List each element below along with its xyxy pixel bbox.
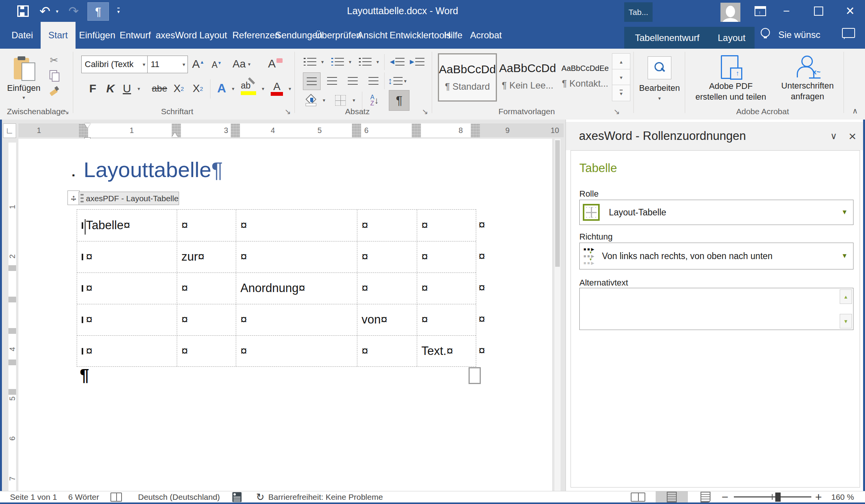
table-cell[interactable]: ¤ — [77, 273, 177, 304]
font-color-dropdown[interactable]: ▾ — [286, 84, 294, 93]
copy-button[interactable] — [44, 69, 64, 82]
styles-scroll-up-button[interactable]: ▴ — [612, 53, 630, 70]
tab-acrobat[interactable]: Acrobat — [462, 22, 510, 49]
multilevel-dropdown[interactable]: ▾ — [374, 57, 381, 66]
tab-datei[interactable]: Datei — [4, 22, 41, 49]
table-role-tag[interactable]: axesPDF - Layout-Tabelle — [79, 192, 179, 205]
table-row-marker[interactable] — [8, 297, 16, 302]
alt-text-input[interactable]: ▲ ▼ — [579, 288, 853, 330]
table-column-marker[interactable] — [471, 123, 480, 137]
table-cell[interactable]: ¤ — [177, 210, 236, 241]
request-signatures-button[interactable]: x~ Unterschriften anfragen — [773, 52, 842, 105]
subscript-button[interactable]: X2 — [169, 79, 188, 98]
page-indicator[interactable]: Seite 1 von 1 — [10, 491, 57, 503]
paragraph-dialog-launcher-icon[interactable]: ↘ — [422, 107, 428, 116]
decrease-indent-button[interactable]: ◀ — [388, 54, 406, 69]
table-cell[interactable]: ¤ — [77, 304, 177, 335]
style-standard[interactable]: AaBbCcDd ¶ Standard — [438, 53, 497, 102]
first-line-indent-marker[interactable] — [84, 123, 90, 128]
spin-up-button[interactable]: ▲ — [840, 289, 852, 304]
layout-table[interactable]: Tabelle¤ ¤ ¤ ¤ ¤ ¤ zur¤ ¤ ¤ ¤ ¤ ¤ Anordn… — [77, 209, 476, 367]
table-cell[interactable]: Anordnung¤ — [236, 273, 357, 304]
table-cell[interactable]: ¤ — [357, 210, 417, 241]
numbering-button[interactable] — [329, 54, 346, 69]
align-right-button[interactable] — [344, 72, 361, 89]
multilevel-list-button[interactable] — [357, 54, 373, 69]
create-pdf-button[interactable]: ↑ Adobe PDF erstellen und teilen — [690, 52, 771, 105]
highlight-dropdown[interactable]: ▾ — [259, 84, 267, 93]
text-effects-dropdown[interactable]: ▾ — [229, 84, 237, 93]
table-cell[interactable]: Tabelle¤ — [77, 210, 177, 241]
font-color-button[interactable]: A — [268, 79, 285, 98]
bullets-dropdown[interactable]: ▾ — [319, 57, 326, 66]
table-cell[interactable]: ¤ — [177, 273, 236, 304]
tellme-button[interactable] — [761, 28, 770, 37]
highlight-button[interactable]: ab — [238, 79, 258, 98]
table-move-handle[interactable]: ↔↕ — [67, 190, 80, 205]
superscript-button[interactable]: X2 — [189, 79, 207, 98]
style-kontakt[interactable]: AaBbCcDdEe ¶ Kontakt... — [557, 53, 613, 99]
tab-start[interactable]: Start — [41, 22, 76, 49]
pane-close-button[interactable]: × — [849, 129, 856, 144]
table-cell[interactable]: von¤ — [357, 304, 417, 335]
minimize-button[interactable]: − — [774, 0, 799, 22]
save-button[interactable] — [15, 2, 31, 20]
clipboard-dialog-launcher-icon[interactable]: ↘ — [63, 107, 69, 116]
tellme-label[interactable]: Sie wünsc — [778, 30, 820, 40]
document-scrollbar[interactable] — [554, 139, 561, 491]
table-cell[interactable]: Text.¤ — [417, 335, 476, 367]
grow-font-button[interactable]: A▲ — [190, 55, 207, 73]
italic-button[interactable]: K — [103, 79, 118, 98]
justify-button[interactable] — [365, 72, 382, 89]
zoom-slider-thumb[interactable] — [775, 493, 781, 502]
table-cell[interactable]: ¤ — [417, 210, 476, 241]
qat-pilcrow-toggle[interactable]: ¶ — [87, 2, 109, 21]
zoom-in-button[interactable]: + — [815, 491, 822, 503]
role-select[interactable]: Layout-Tabelle ▼ — [579, 200, 853, 225]
table-column-marker[interactable] — [352, 123, 361, 137]
line-spacing-button[interactable]: ↕▾ — [387, 72, 407, 89]
table-row-marker[interactable] — [8, 360, 16, 365]
table-cell[interactable]: zur¤ — [177, 241, 236, 273]
table-cell[interactable]: ¤ — [77, 241, 177, 273]
maximize-button[interactable] — [806, 0, 831, 22]
underline-dropdown[interactable]: ▾ — [135, 84, 143, 93]
table-cell[interactable]: ¤ — [236, 335, 357, 367]
numbering-dropdown[interactable]: ▾ — [347, 57, 354, 66]
clear-formatting-button[interactable]: A — [265, 54, 286, 73]
scrollbar-thumb[interactable] — [555, 140, 560, 267]
borders-dropdown[interactable]: ▾ — [350, 95, 357, 105]
pane-chevron-button[interactable]: ∨ — [830, 131, 837, 141]
change-case-button[interactable]: Aa▾ — [230, 55, 253, 73]
table-cell[interactable]: ¤ — [236, 241, 357, 273]
close-button[interactable]: × — [837, 0, 863, 22]
language-indicator[interactable]: Deutsch (Deutschland) — [138, 491, 220, 503]
tab-tabellenentwurf[interactable]: Tabellenentwurf — [635, 27, 699, 49]
align-center-button[interactable] — [324, 72, 340, 89]
direction-select[interactable]: ■ ■ ▶ ▼ ■ ■ ▶ ▼ ■ ■ ▶ Von links nach rec… — [579, 243, 853, 269]
editing-group-button[interactable]: Bearbeiten ▾ — [638, 52, 681, 105]
contextual-tab-overflow[interactable]: Tab... — [624, 2, 653, 22]
zoom-out-button[interactable]: − — [722, 491, 729, 503]
hanging-indent-marker[interactable] — [172, 133, 178, 137]
table-cell[interactable]: ¤ — [236, 304, 357, 335]
styles-dialog-launcher-icon[interactable]: ↘ — [613, 107, 620, 116]
web-layout-button[interactable] — [689, 491, 722, 503]
align-left-button[interactable] — [303, 72, 321, 90]
document-heading[interactable]: Layouttabelle¶ — [84, 157, 223, 182]
macro-record-button[interactable] — [232, 491, 242, 503]
increase-indent-button[interactable]: ▶ — [408, 54, 426, 69]
table-cell[interactable]: ¤ — [177, 304, 236, 335]
table-cell[interactable]: ¤ — [417, 273, 476, 304]
shading-dropdown[interactable]: ▾ — [321, 95, 327, 105]
bullets-button[interactable] — [301, 54, 318, 69]
table-row-marker[interactable] — [8, 265, 16, 271]
vertical-ruler[interactable]: 1 2 4 5 6 7 — [8, 143, 16, 491]
accessibility-button[interactable]: ↻ Barrierefreiheit: Keine Probleme — [256, 491, 383, 503]
text-effects-button[interactable]: A — [213, 79, 230, 98]
font-name-combo[interactable]: Calibri (Textk▾ — [81, 56, 148, 73]
horizontal-ruler[interactable]: 1 1 2 3 4 5 6 7 8 9 10 — [18, 123, 564, 137]
proofing-button[interactable]: ✓ — [110, 491, 121, 503]
styles-more-button[interactable]: ▾ — [612, 85, 630, 101]
spin-down-button[interactable]: ▼ — [840, 314, 852, 328]
